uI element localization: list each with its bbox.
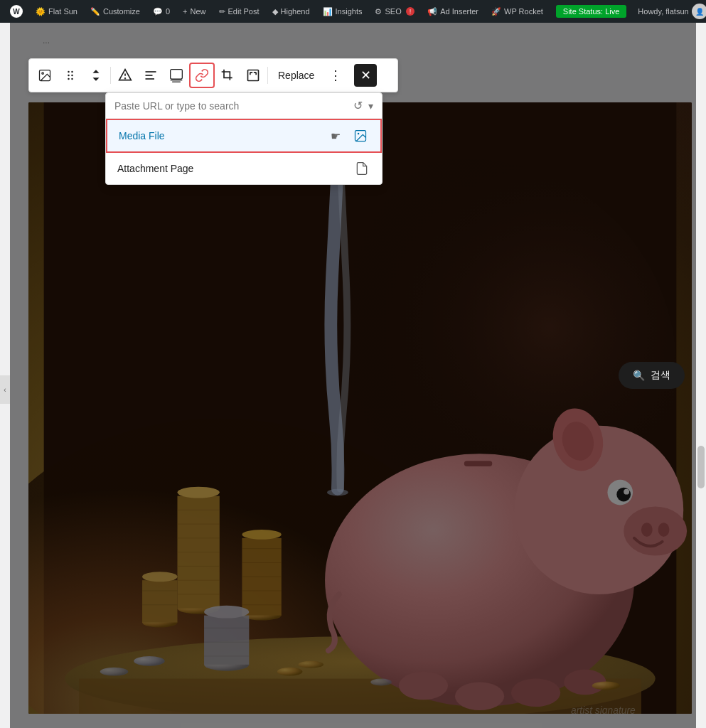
- avatar: 👤: [692, 4, 706, 19]
- search-button[interactable]: 🔍 검색: [619, 362, 685, 389]
- admin-bar-edit-post[interactable]: ✏ Edit Post: [213, 0, 265, 23]
- link-option-attachment-page[interactable]: Attachment Page: [106, 153, 382, 184]
- svg-point-3: [71, 71, 73, 73]
- media-file-label: Media File: [119, 130, 322, 141]
- admin-bar-right: Site Status: Live Howdy, flatsun 👤: [550, 0, 706, 23]
- admin-bar: W 🌞 Flat Sun ✏️ Customize 💬 0 + New ✏ Ed…: [0, 0, 706, 23]
- close-button[interactable]: ✕: [354, 64, 377, 87]
- admin-bar-seo[interactable]: ⚙ SEO !: [369, 0, 420, 23]
- separator-2: [267, 67, 268, 84]
- admin-bar-insights[interactable]: 📊 Insights: [317, 0, 368, 23]
- comment-icon: 💬: [153, 7, 163, 16]
- svg-point-5: [71, 75, 73, 77]
- crop-icon: [220, 68, 235, 82]
- chart-icon: 📊: [323, 7, 333, 16]
- drag-handle-button[interactable]: [58, 63, 83, 88]
- editor-panel: Replace ⋮ ✕ ↺ ▾ Media File ☛: [28, 58, 706, 728]
- caption-icon: [169, 68, 183, 82]
- seo-badge: !: [406, 7, 415, 16]
- separator-1: [110, 67, 111, 84]
- admin-bar-ad-inserter[interactable]: 📢 Ad Inserter: [422, 0, 484, 23]
- expand-button[interactable]: [240, 63, 266, 88]
- crop-button[interactable]: [215, 63, 240, 88]
- customize-icon: ✏️: [90, 7, 100, 16]
- move-arrows-button[interactable]: [83, 63, 109, 88]
- file-icon: [355, 161, 369, 176]
- admin-bar-new[interactable]: + New: [177, 0, 211, 23]
- image-icon: [38, 68, 52, 82]
- link-option-media-file[interactable]: Media File ☛: [106, 119, 382, 153]
- svg-point-6: [68, 78, 70, 80]
- edit-icon: ✏: [219, 7, 225, 16]
- site-icon: 🌞: [36, 7, 46, 16]
- theme-icon: ◆: [272, 7, 278, 16]
- left-sidebar: ‹: [0, 23, 10, 728]
- link-button[interactable]: [189, 63, 215, 88]
- cursor-icon: ☛: [331, 129, 341, 143]
- ad-icon: 📢: [427, 7, 437, 16]
- more-options-button[interactable]: ⋮: [323, 63, 348, 88]
- rocket-icon: 🚀: [491, 7, 501, 16]
- site-status-item[interactable]: Site Status: Live: [550, 0, 633, 23]
- page-background: ...: [0, 23, 706, 728]
- scrollbar-track: [696, 23, 706, 728]
- admin-bar-customize[interactable]: ✏️ Customize: [85, 0, 146, 23]
- svg-point-4: [68, 75, 70, 77]
- svg-point-7: [71, 78, 73, 80]
- admin-bar-wp-logo[interactable]: W: [4, 0, 28, 23]
- site-status-badge: Site Status: Live: [556, 5, 627, 18]
- alert-icon: [118, 68, 132, 82]
- align-icon: [144, 68, 158, 82]
- chevron-down-icon[interactable]: ▾: [368, 100, 373, 112]
- svg-point-2: [68, 71, 70, 73]
- admin-bar-highend[interactable]: ◆ Highend: [267, 0, 316, 23]
- drag-icon: [63, 68, 77, 82]
- admin-bar-comments[interactable]: 💬 0: [147, 0, 176, 23]
- svg-rect-16: [248, 70, 259, 81]
- howdy-item[interactable]: Howdy, flatsun 👤: [632, 0, 706, 23]
- admin-bar-flat-sun[interactable]: 🌞 Flat Sun: [30, 0, 83, 23]
- svg-rect-13: [171, 70, 183, 79]
- admin-bar-wp-rocket[interactable]: 🚀 WP Rocket: [486, 0, 549, 23]
- image-square-icon: [353, 129, 368, 143]
- caption-button[interactable]: [164, 63, 189, 88]
- alignment-button[interactable]: [138, 63, 164, 88]
- arrows-icon: [89, 68, 103, 82]
- block-toolbar: Replace ⋮ ✕: [28, 58, 398, 92]
- howdy-text: Howdy, flatsun: [638, 7, 688, 16]
- image-block-icon-button[interactable]: [32, 63, 58, 88]
- alert-button[interactable]: [112, 63, 138, 88]
- search-icon: 🔍: [633, 370, 645, 381]
- link-search-row: ↺ ▾: [106, 93, 382, 119]
- svg-point-18: [358, 133, 360, 135]
- refresh-icon[interactable]: ↺: [353, 99, 363, 112]
- attachment-page-label: Attachment Page: [117, 163, 345, 174]
- link-icon: [195, 68, 209, 82]
- link-dropdown: ↺ ▾ Media File ☛ Attachment Page: [105, 92, 383, 185]
- scrollbar-thumb[interactable]: [697, 446, 705, 488]
- plus-icon: +: [183, 7, 187, 16]
- link-search-input[interactable]: [114, 100, 348, 112]
- wordpress-icon: W: [10, 5, 23, 18]
- document-icon: [353, 160, 370, 177]
- svg-point-9: [125, 78, 126, 79]
- seo-icon: ⚙: [375, 7, 382, 16]
- svg-point-1: [42, 73, 44, 75]
- expand-icon: [246, 68, 260, 82]
- replace-button[interactable]: Replace: [269, 63, 323, 88]
- left-arrow[interactable]: ‹: [0, 375, 10, 404]
- media-file-icon: [352, 127, 369, 144]
